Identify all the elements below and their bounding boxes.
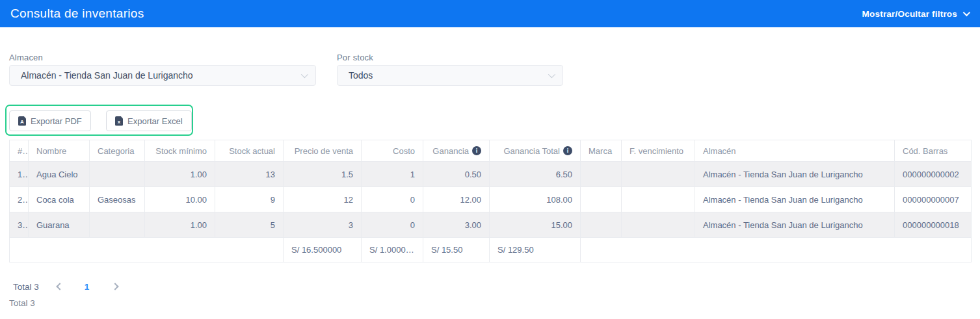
por-stock-select-value: Todos <box>349 70 373 81</box>
excel-file-icon: x <box>115 116 123 126</box>
cell-ganancia-total: 6.50 <box>490 162 581 187</box>
cell-almacen: Almacén - Tienda San Juan de Lurigancho <box>695 212 895 238</box>
col-header-categoria: Categoria <box>90 140 145 162</box>
col-header-stock-minimo: Stock mínimo <box>145 140 215 162</box>
por-stock-select[interactable]: Todos <box>337 65 563 86</box>
cell-costo: 0 <box>362 212 423 238</box>
inventory-table: # Nombre Categoria Stock mínimo Stock ac… <box>9 140 972 262</box>
info-icon[interactable]: i <box>563 146 572 155</box>
next-page-icon[interactable] <box>112 283 119 290</box>
cell-marca <box>581 187 622 212</box>
table-row: 1 Agua Cielo 1.00 13 1.5 1 0.50 6.50 Alm… <box>10 162 972 187</box>
info-icon[interactable]: i <box>472 146 481 155</box>
export-pdf-button[interactable]: A Exportar PDF <box>9 110 91 131</box>
cell-almacen: Almacén - Tienda San Juan de Lurigancho <box>695 187 895 212</box>
chevron-down-icon <box>548 71 555 78</box>
almacen-select-value: Almacén - Tienda San Juan de Lurigancho <box>21 70 193 81</box>
export-excel-button[interactable]: x Exportar Excel <box>106 110 192 131</box>
col-header-nombre: Nombre <box>29 140 90 162</box>
cell-stock-minimo: 1.00 <box>145 162 215 187</box>
cell-index: 1 <box>10 162 29 187</box>
chevron-down-icon <box>963 9 970 16</box>
pagination-total: Total 3 <box>13 282 39 292</box>
almacen-select[interactable]: Almacén - Tienda San Juan de Lurigancho <box>9 65 316 86</box>
cell-stock-actual: 5 <box>215 212 284 238</box>
export-excel-label: Exportar Excel <box>127 116 183 126</box>
cell-cod-barras: 000000000002 <box>895 162 972 187</box>
cell-stock-minimo: 1.00 <box>145 212 215 238</box>
col-header-cod-barras: Cód. Barras <box>895 140 972 162</box>
topbar: Consulta de inventarios Mostrar/Ocultar … <box>0 0 980 27</box>
cell-precio-de-venta: 12 <box>284 187 362 212</box>
cell-ganancia-total: 15.00 <box>490 212 581 238</box>
col-header-f-vencimiento: F. vencimiento <box>622 140 695 162</box>
total-costo: S/ 1.000000 <box>362 238 423 262</box>
cell-stock-actual: 13 <box>215 162 284 187</box>
almacen-label: Almacen <box>9 53 43 62</box>
chevron-down-icon <box>301 71 308 78</box>
total-precio-de-venta: S/ 16.500000 <box>284 238 362 262</box>
col-header-precio-de-venta: Precio de venta <box>284 140 362 162</box>
export-pdf-label: Exportar PDF <box>31 116 82 126</box>
col-header-index: # <box>10 140 29 162</box>
cell-categoria <box>90 162 145 187</box>
cell-categoria: Gaseosas <box>90 187 145 212</box>
cell-marca <box>581 212 622 238</box>
cell-stock-minimo: 10.00 <box>145 187 215 212</box>
totals-empty-cell <box>581 238 972 262</box>
table-row: 3 Guarana 1.00 5 3 0 3.00 15.00 Almacén … <box>10 212 972 238</box>
cell-ganancia-total: 108.00 <box>490 187 581 212</box>
total-ganancia: S/ 15.50 <box>423 238 490 262</box>
total-ganancia-total: S/ 129.50 <box>490 238 581 262</box>
cell-index: 2 <box>10 187 29 212</box>
cell-costo: 1 <box>362 162 423 187</box>
cell-stock-actual: 9 <box>215 187 284 212</box>
filters-toggle-label: Mostrar/Ocultar filtros <box>862 9 957 19</box>
por-stock-label: Por stock <box>337 53 373 62</box>
page-title: Consulta de inventarios <box>10 6 144 21</box>
cell-nombre: Guarana <box>29 212 90 238</box>
cell-categoria <box>90 212 145 238</box>
show-hide-filters-button[interactable]: Mostrar/Ocultar filtros <box>862 9 968 19</box>
cell-f-vencimiento <box>622 187 695 212</box>
cell-ganancia: 3.00 <box>423 212 490 238</box>
totals-row: S/ 16.500000 S/ 1.000000 S/ 15.50 S/ 129… <box>10 238 972 262</box>
cell-nombre: Coca cola <box>29 187 90 212</box>
cell-f-vencimiento <box>622 162 695 187</box>
col-header-ganancia-label: Ganancia <box>432 146 469 156</box>
cell-cod-barras: 000000000018 <box>895 212 972 238</box>
pagination: Total 3 1 <box>13 280 118 293</box>
cell-almacen: Almacén - Tienda San Juan de Lurigancho <box>695 162 895 187</box>
col-header-costo: Costo <box>362 140 423 162</box>
cell-ganancia: 12.00 <box>423 187 490 212</box>
cell-ganancia: 0.50 <box>423 162 490 187</box>
cell-costo: 0 <box>362 187 423 212</box>
cell-index: 3 <box>10 212 29 238</box>
col-header-almacen: Almacén <box>695 140 895 162</box>
page-number-1[interactable]: 1 <box>85 282 90 292</box>
previous-page-icon[interactable] <box>56 283 63 290</box>
totals-empty-cell <box>10 238 284 262</box>
table-header-row: # Nombre Categoria Stock mínimo Stock ac… <box>10 140 972 162</box>
cell-marca <box>581 162 622 187</box>
bottom-total-label: Total 3 <box>9 298 35 308</box>
table-row: 2 Coca cola Gaseosas 10.00 9 12 0 12.00 … <box>10 187 972 212</box>
col-header-stock-actual: Stock actual <box>215 140 284 162</box>
col-header-ganancia-total-label: Ganancia Total <box>504 146 561 156</box>
cell-precio-de-venta: 3 <box>284 212 362 238</box>
col-header-ganancia-total: Ganancia Total i <box>490 140 581 162</box>
col-header-marca: Marca <box>581 140 622 162</box>
pdf-file-icon: A <box>18 116 26 126</box>
inventory-query-page: Consulta de inventarios Mostrar/Ocultar … <box>0 0 980 319</box>
cell-precio-de-venta: 1.5 <box>284 162 362 187</box>
col-header-ganancia: Ganancia i <box>423 140 490 162</box>
cell-cod-barras: 000000000007 <box>895 187 972 212</box>
cell-nombre: Agua Cielo <box>29 162 90 187</box>
cell-f-vencimiento <box>622 212 695 238</box>
